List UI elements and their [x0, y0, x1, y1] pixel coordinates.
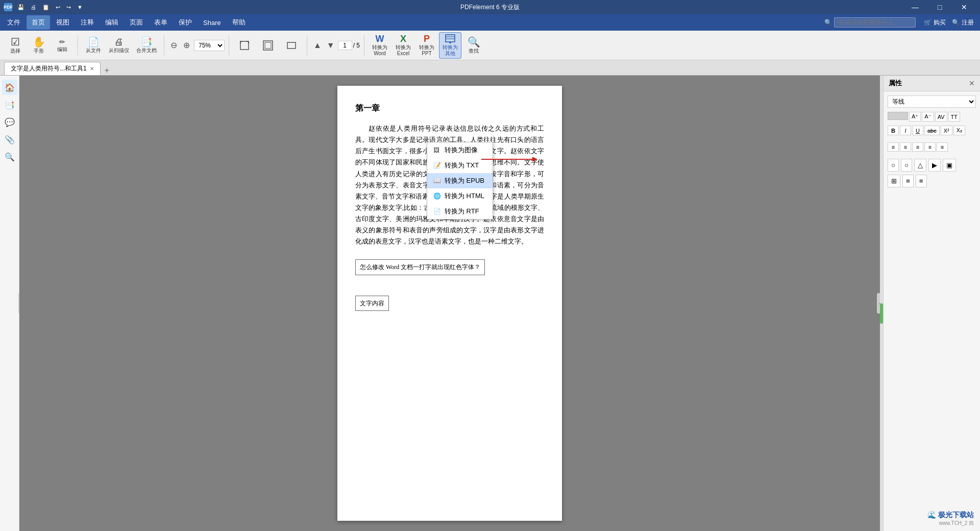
toolbar: ☑ 选择 ✋ 手形 ✏ 编辑 📄 从文件 🖨 从扫描仪 📑 合并文档 ⊖ ⊕	[0, 31, 980, 60]
triangle-shape-btn[interactable]: △	[914, 159, 926, 172]
align-center-btn[interactable]: ≡	[900, 142, 911, 152]
convert-to-rtf-item[interactable]: 📄 转换为 RTF	[427, 204, 493, 219]
scroll-thumb	[880, 303, 883, 324]
menu-protect[interactable]: 保护	[174, 15, 197, 30]
select-tool-btn[interactable]: ☑ 选择	[4, 32, 27, 59]
convert-to-epub-item[interactable]: 📖 转换为 EPUB	[427, 173, 493, 188]
print-quick-btn[interactable]: 🖨	[29, 3, 38, 11]
menu-home[interactable]: 首页	[27, 15, 50, 30]
clipboard-quick-btn[interactable]: 📋	[40, 3, 52, 12]
menu-share[interactable]: Share	[198, 15, 226, 30]
align-left-btn[interactable]: ≡	[888, 142, 899, 152]
convert-to-word-btn[interactable]: W 转换为Word	[369, 32, 391, 59]
pdf-text-content-label: 文字内容	[355, 296, 389, 311]
merge-docs-btn[interactable]: 📑 合并文档	[133, 32, 160, 59]
main-layout: 🏠 📑 💬 📎 🔍 › 第一章 赵依依是人类用符号记录表达信息以传之久远的方式和…	[0, 76, 980, 531]
fit-page-btn[interactable]	[233, 32, 256, 59]
register-btn[interactable]: 🔍 注册	[952, 18, 974, 27]
prev-page-btn[interactable]: ▲	[311, 40, 324, 51]
convert-other-dropdown: 🖼 转换为图像 📝 转换为 TXT 📖 转换为 EPUB 🌐 转换为 HTML …	[427, 142, 493, 220]
align-right-btn[interactable]: ≡	[912, 142, 923, 152]
lines-shape-btn[interactable]: ≡	[902, 175, 914, 187]
zoom-in-btn[interactable]: ⊕	[181, 39, 192, 51]
file-tools-group: 📄 从文件 🖨 从扫描仪 📑 合并文档	[82, 32, 160, 59]
align-justify-btn[interactable]: ≡	[924, 142, 936, 152]
align-row: ≡ ≡ ≡ ≡ ≡	[888, 142, 976, 152]
arrow-pointer	[481, 157, 537, 162]
nav-controls: ⊖ ⊕ 75% 100% 125% 150%	[168, 39, 225, 51]
tab-close-btn[interactable]: ✕	[90, 66, 94, 71]
convert-to-image-item[interactable]: 🖼 转换为图像	[427, 142, 493, 158]
font-transform-btn[interactable]: TT	[948, 112, 960, 122]
quick-access: 💾 🖨 📋 ↩ ↪ ▼	[15, 3, 85, 12]
convert-to-excel-btn[interactable]: X 转换为Excel	[392, 32, 414, 59]
grid-shape-btn[interactable]: ⊞	[888, 175, 900, 187]
from-file-btn[interactable]: 📄 从文件	[82, 32, 105, 59]
strikethrough-btn[interactable]: abc	[924, 126, 940, 135]
sidebar-item-pages[interactable]: 📑	[2, 97, 17, 112]
convert-to-html-item[interactable]: 🌐 转换为 HTML	[427, 188, 493, 204]
convert-to-ppt-btn[interactable]: P 转换为PPT	[415, 32, 438, 59]
font-size-down-btn[interactable]: A⁻	[922, 112, 934, 122]
page-number-input[interactable]	[338, 41, 352, 50]
menu-page[interactable]: 页面	[125, 15, 148, 30]
content-area: 第一章 赵依依是人类用符号记录表达信息以传之久远的方式和工具。现代文字大多是记录…	[19, 76, 880, 531]
sidebar-item-home[interactable]: 🏠	[2, 80, 17, 95]
font-spacing-btn[interactable]: AV	[935, 112, 947, 122]
menu-edit[interactable]: 编辑	[100, 15, 124, 30]
redo-btn[interactable]: ↪	[64, 3, 73, 12]
menu-bar: 文件 首页 视图 注释 编辑 页面 表单 保护 Share 帮助 🔍 🛒 购买 …	[0, 14, 980, 31]
subscript-btn[interactable]: X₂	[953, 126, 965, 135]
sidebar-item-comments[interactable]: 💬	[2, 114, 17, 130]
menu-help[interactable]: 帮助	[227, 15, 251, 30]
sidebar-item-attachments[interactable]: 📎	[2, 132, 17, 147]
bold-btn[interactable]: B	[888, 126, 899, 135]
find-btn[interactable]: 🔍 查找	[462, 32, 485, 59]
play-shape-btn[interactable]: ▶	[928, 159, 941, 172]
sep1	[78, 35, 78, 56]
color-swatch[interactable]	[888, 112, 908, 120]
image-shape-btn[interactable]: ▣	[943, 159, 956, 172]
zoom-select[interactable]: 75% 100% 125% 150%	[194, 40, 225, 51]
panel-close-btn[interactable]: ✕	[969, 79, 975, 87]
next-page-btn[interactable]: ▼	[325, 40, 337, 51]
pdf-tab[interactable]: 文字是人类用符号...和工具1 ✕	[4, 62, 101, 75]
hand-tool-btn[interactable]: ✋ 手形	[28, 32, 50, 59]
circle-shape-btn[interactable]: ○	[888, 159, 899, 172]
italic-btn[interactable]: I	[900, 126, 911, 135]
font-select[interactable]: 等线 宋体 黑体 微软雅黑	[888, 95, 976, 108]
window-controls: — □ ✕	[903, 0, 976, 14]
oval-shape-btn[interactable]: ○	[901, 159, 912, 172]
maximize-btn[interactable]: □	[928, 0, 951, 14]
buy-btn[interactable]: 🛒 购买	[924, 18, 946, 27]
new-tab-btn[interactable]: +	[101, 66, 113, 75]
minimize-btn[interactable]: —	[903, 0, 927, 14]
menu-comment[interactable]: 注释	[76, 15, 99, 30]
tab-bar: 文字是人类用符号...和工具1 ✕ +	[0, 60, 980, 76]
sep3	[229, 35, 229, 56]
arrow-line	[481, 159, 532, 160]
save-quick-btn[interactable]: 💾	[15, 3, 27, 12]
list-shape-btn[interactable]: ≡	[916, 175, 927, 187]
convert-to-other-btn[interactable]: 转换为其他	[439, 32, 461, 59]
right-scrollbar[interactable]	[880, 76, 883, 531]
title-bar-left: PDF 💾 🖨 📋 ↩ ↪ ▼	[4, 3, 85, 12]
indent-btn[interactable]: ≡	[937, 142, 948, 152]
page-separator: / 5	[353, 42, 360, 49]
edit-tool-btn[interactable]: ✏ 编辑	[51, 32, 74, 59]
actual-size-btn[interactable]	[257, 32, 279, 59]
quick-access-dropdown[interactable]: ▼	[75, 3, 85, 11]
sidebar-item-search[interactable]: 🔍	[2, 149, 17, 164]
menu-view[interactable]: 视图	[51, 15, 75, 30]
close-btn[interactable]: ✕	[952, 0, 976, 14]
zoom-out-btn[interactable]: ⊖	[168, 39, 179, 51]
undo-btn[interactable]: ↩	[54, 3, 62, 12]
fullscreen-btn[interactable]	[280, 32, 303, 59]
superscript-btn[interactable]: X²	[941, 126, 952, 135]
search-input[interactable]	[834, 17, 916, 28]
underline-btn[interactable]: U	[912, 126, 923, 135]
font-size-up-btn[interactable]: A⁺	[909, 112, 921, 122]
from-scanner-btn[interactable]: 🖨 从扫描仪	[106, 32, 132, 59]
menu-file[interactable]: 文件	[2, 15, 26, 30]
menu-form[interactable]: 表单	[149, 15, 173, 30]
